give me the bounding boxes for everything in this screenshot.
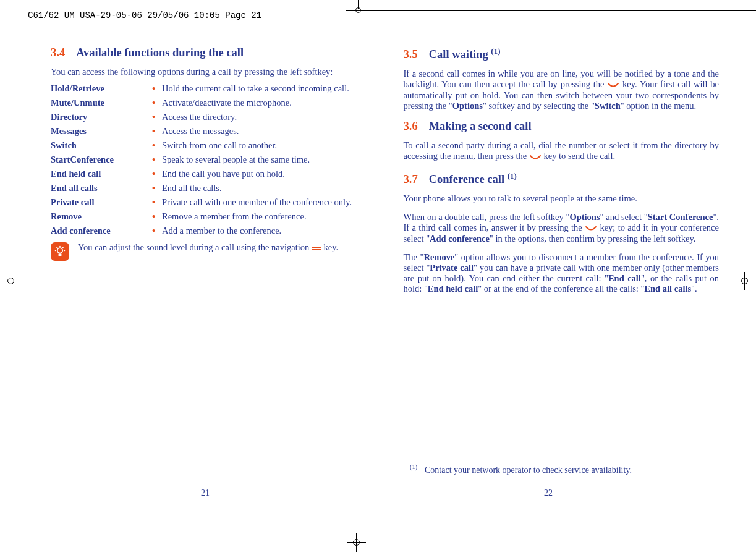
function-row: Directory•Access the directory. xyxy=(51,112,367,122)
function-row: End all calls•End all the calls. xyxy=(51,183,367,193)
function-row: End held call•End the call you have put … xyxy=(51,169,367,179)
bold-term: Remove xyxy=(423,252,454,262)
section-number: 3.4 xyxy=(51,46,65,59)
section-number: 3.5 xyxy=(404,48,418,61)
paragraph: To call a second party during a call, di… xyxy=(404,140,720,162)
paragraph: If a second call comes in while you are … xyxy=(404,69,720,111)
function-description: End the call you have put on hold. xyxy=(162,169,367,179)
bullet-icon: • xyxy=(152,197,162,208)
tip-lightbulb-icon xyxy=(51,242,69,261)
function-description: End all the calls. xyxy=(162,183,367,193)
section-superscript: (1) xyxy=(491,46,500,56)
function-description: Switch from one call to another. xyxy=(162,140,367,151)
function-row: Hold/Retrieve•Hold the current call to t… xyxy=(51,83,367,94)
section-number: 3.7 xyxy=(404,173,418,185)
left-page: 3.4Available functions during the call Y… xyxy=(51,46,367,303)
section: 3.5Call waiting (1)If a second call come… xyxy=(404,46,720,111)
function-term: StartConference xyxy=(51,155,152,165)
section: 3.7Conference call (1)Your phone allows … xyxy=(404,171,720,294)
function-row: Add conference•Add a member to the confe… xyxy=(51,226,367,236)
page-number-left: 21 xyxy=(201,488,210,498)
footnote-marker: (1) xyxy=(410,464,425,470)
section-heading-3-4: 3.4Available functions during the call xyxy=(51,46,367,59)
bullet-icon: • xyxy=(152,169,162,179)
function-row: Mute/Unmute•Activate/deactivate the micr… xyxy=(51,98,367,108)
bold-term: Private call xyxy=(430,263,474,273)
function-term: Mute/Unmute xyxy=(51,98,152,108)
paragraph: The "Remove" option allows you to discon… xyxy=(404,252,720,294)
section-heading: 3.6Making a second call xyxy=(404,120,720,133)
function-description: Access the directory. xyxy=(162,112,367,122)
softkey-icon xyxy=(585,223,597,234)
function-description: Speak to several people at the same time… xyxy=(162,155,367,165)
print-header: C61/62_UM_USA-29-05-06 29/05/06 10:05 Pa… xyxy=(28,11,261,20)
side-rule xyxy=(28,19,28,532)
section-title: Available functions during the call xyxy=(76,46,244,59)
bold-term: Switch xyxy=(595,101,621,111)
section-superscript: (1) xyxy=(508,171,517,180)
bullet-icon: • xyxy=(152,155,162,165)
function-term: Add conference xyxy=(51,226,152,236)
bullet-icon: • xyxy=(152,140,162,151)
section-heading: 3.7Conference call (1) xyxy=(404,171,720,186)
right-page: 3.5Call waiting (1)If a second call come… xyxy=(404,46,720,303)
function-term: Remove xyxy=(51,211,152,222)
page-number-right: 22 xyxy=(544,488,553,498)
section-title: Conference call xyxy=(429,173,504,185)
bold-term: Options xyxy=(569,212,600,222)
function-term: End all calls xyxy=(51,183,152,193)
function-row: Switch•Switch from one call to another. xyxy=(51,140,367,151)
softkey-icon xyxy=(607,80,619,90)
intro-text: You can access the following options dur… xyxy=(51,67,367,77)
function-list: Hold/Retrieve•Hold the current call to t… xyxy=(51,83,367,236)
footnote: (1)Contact your network operator to chec… xyxy=(410,464,719,475)
section-title: Call waiting xyxy=(429,48,488,61)
registration-mark-left xyxy=(2,272,20,290)
registration-mark-right xyxy=(736,272,754,290)
function-row: Remove•Remove a member from the conferen… xyxy=(51,211,367,222)
paragraph: Your phone allows you to talk to several… xyxy=(404,193,720,204)
bullet-icon: • xyxy=(152,183,162,193)
section-heading: 3.5Call waiting (1) xyxy=(404,46,720,61)
function-description: Remove a member from the conference. xyxy=(162,211,367,222)
bold-term: End all calls xyxy=(644,284,691,294)
function-term: Messages xyxy=(51,126,152,137)
header-rule xyxy=(365,10,756,11)
bullet-icon: • xyxy=(152,226,162,236)
function-row: StartConference•Speak to several people … xyxy=(51,155,367,165)
page-spread: 3.4Available functions during the call Y… xyxy=(51,46,719,303)
function-description: Hold the current call to take a second i… xyxy=(162,83,367,94)
softkey-icon xyxy=(529,152,542,163)
function-description: Private call with one member of the conf… xyxy=(162,197,367,208)
function-row: Private call•Private call with one membe… xyxy=(51,197,367,208)
function-term: End held call xyxy=(51,169,152,179)
bold-term: End call xyxy=(608,273,641,283)
section-title: Making a second call xyxy=(429,120,532,132)
paragraph: When on a double call, press the left so… xyxy=(404,212,720,244)
bold-term: Add conference xyxy=(430,234,490,244)
bold-term: Options xyxy=(452,101,483,111)
section: 3.6Making a second callTo call a second … xyxy=(404,120,720,162)
bullet-icon: • xyxy=(152,126,162,137)
section-number: 3.6 xyxy=(404,120,418,132)
function-description: Add a member to the conference. xyxy=(162,226,367,236)
bullet-icon: • xyxy=(152,211,162,222)
function-term: Switch xyxy=(51,140,152,151)
bullet-icon: • xyxy=(152,112,162,122)
crop-mark-top xyxy=(346,0,371,12)
bullet-icon: • xyxy=(152,98,162,108)
footnote-text: Contact your network operator to check s… xyxy=(425,465,632,475)
function-row: Messages•Access the messages. xyxy=(51,126,367,137)
function-description: Access the messages. xyxy=(162,126,367,137)
svg-point-0 xyxy=(57,248,62,253)
bold-term: End held call xyxy=(428,284,478,294)
registration-mark-bottom xyxy=(347,533,366,552)
function-term: Hold/Retrieve xyxy=(51,83,152,94)
bullet-icon: • xyxy=(152,83,162,94)
function-term: Directory xyxy=(51,112,152,122)
navigation-key-icon xyxy=(312,243,321,253)
function-description: Activate/deactivate the microphone. xyxy=(162,98,367,108)
tip-box: You can adjust the sound level during a … xyxy=(51,242,367,261)
tip-text: You can adjust the sound level during a … xyxy=(78,242,367,261)
function-term: Private call xyxy=(51,197,152,208)
